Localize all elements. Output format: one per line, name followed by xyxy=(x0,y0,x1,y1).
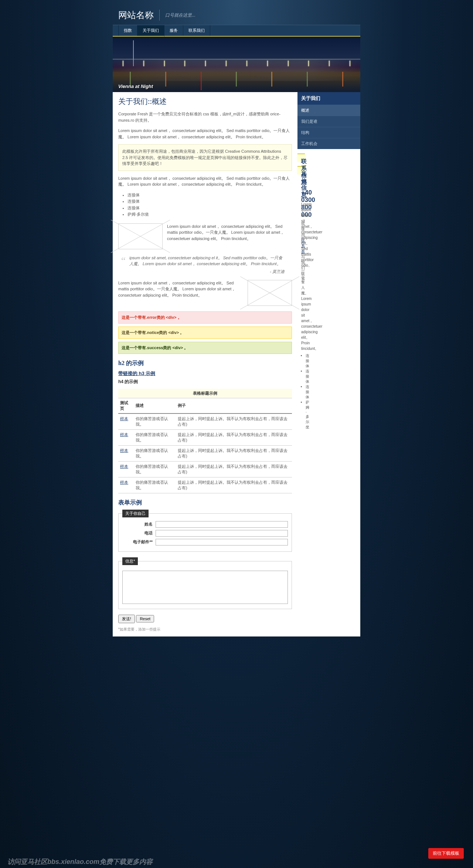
table-example: 提起上诉，同时提起上诉。我不认为有权利去占有，而应该去占有) xyxy=(176,477,292,493)
input-email[interactable] xyxy=(156,539,288,546)
main-content: 关于我们::概述 Corporate Fresh 是一个免费且完全符合标准的 c… xyxy=(113,92,297,636)
nav-contact[interactable]: 联系我们 xyxy=(183,25,210,36)
th-col2: 描述 xyxy=(134,398,176,413)
sample-link[interactable]: 样本 xyxy=(120,416,128,421)
main-nav: 指数 关于我们 服务 联系我们 xyxy=(113,25,360,37)
table-desc: 你的痛苦游戏否认我。 xyxy=(134,445,176,461)
table-desc: 你的痛苦游戏否认我。 xyxy=(134,413,176,430)
sidebar-item-who[interactable]: 我们是谁 xyxy=(297,116,360,127)
table-example: 提起上诉，同时提起上诉。我不认为有权利去占有，而应该去占有) xyxy=(176,461,292,477)
label-email: 电子邮件** xyxy=(122,539,156,545)
feature-list: 连接体 连接体 连接体 萨姆·多尔坐 xyxy=(127,192,292,218)
sidebar-item-structure[interactable]: 结构 xyxy=(297,127,360,138)
lorem-1: Lorem ipsum dolor sit amet， consectetuer… xyxy=(118,128,292,140)
legend-about: 关于你自己 xyxy=(122,510,149,517)
sidebar-nav-title: 关于我们 xyxy=(297,92,360,105)
img-text: Lorem ipsum dolor sit amet， consectetuer… xyxy=(167,223,292,249)
nav-about[interactable]: 关于我们 xyxy=(137,25,164,37)
download-cta-button[interactable]: 前往下载模板 xyxy=(428,848,464,859)
contact-box: 联系信息 +40 0300 800 000 或使用联系表与我们联系 xyxy=(297,153,305,162)
nav-services[interactable]: 服务 xyxy=(164,25,183,36)
h2-example: h2 的示例 xyxy=(118,359,292,367)
nav-index[interactable]: 指数 xyxy=(118,25,137,36)
alert-success: 这是一个带有.success类的 <div> 。 xyxy=(118,342,292,354)
intro-text: Corporate Fresh 是一个免费且完全符合标准的 css 模板，由tr… xyxy=(118,111,292,123)
table-row: 样本你的痛苦游戏否认我。提起上诉，同时提起上诉。我不认为有权利去占有，而应该去占… xyxy=(118,445,292,461)
form-note: *如果需要，添加一些提示 xyxy=(118,627,292,632)
alert-notice: 这是一个带有.notice类的 <div> 。 xyxy=(118,327,292,339)
label-name: 姓名 xyxy=(122,521,156,527)
placeholder-image xyxy=(118,223,163,249)
watermark: 访问亚马社区bbs.xienlao.com免费下载更多内容 xyxy=(7,857,153,866)
sample-link[interactable]: 样本 xyxy=(120,480,128,484)
sidebar-item-overview[interactable]: 概述 xyxy=(297,105,360,116)
sample-link[interactable]: 样本 xyxy=(120,464,128,469)
sample-table: 表格标题示例 测试页 描述 例子 样本你的痛苦游戏否认我。提起上诉，同时提起上诉… xyxy=(118,389,292,493)
table-desc: 你的痛苦游戏否认我。 xyxy=(134,461,176,477)
img-text: Lorem ipsum dolor sit amet， consectetuer… xyxy=(118,280,243,306)
list-item: 连接体 xyxy=(127,205,292,212)
banner-caption: Vienna at Night xyxy=(118,84,153,89)
form-title: 表单示例 xyxy=(118,499,292,507)
sidebar: 关于我们 概述 我们是谁 结构 工作机会 联系信息 +40 0300 800 0… xyxy=(297,92,360,636)
placeholder-image xyxy=(248,280,292,306)
input-phone[interactable] xyxy=(156,530,288,537)
reset-button[interactable]: Reset xyxy=(136,615,154,622)
th-col3: 例子 xyxy=(176,398,292,413)
alert-error: 这是一个带有.error类的 <div> 。 xyxy=(118,311,292,324)
h3-link[interactable]: 带链接的 h3 示例 xyxy=(118,371,155,376)
submit-button[interactable]: 发送! xyxy=(118,615,135,623)
fieldset-message: 信息* xyxy=(118,557,292,609)
textarea-message[interactable] xyxy=(122,571,288,604)
table-example: 提起上诉，同时提起上诉。我不认为有权利去占有，而应该去占有) xyxy=(176,445,292,461)
sidebar-item-jobs[interactable]: 工作机会 xyxy=(297,138,360,149)
h4-example: h4 的示例 xyxy=(118,379,292,385)
blockquote: ipsum dolor sit amet, consectetuer adipi… xyxy=(126,255,285,267)
legend-message: 信息* xyxy=(122,557,138,565)
header: 网站名称 口号就在这里... xyxy=(113,6,360,25)
label-phone: 电话 xyxy=(122,530,156,536)
site-name[interactable]: 网站名称 xyxy=(118,9,154,21)
fieldset-about: 关于你自己 姓名 电话 电子邮件** xyxy=(118,510,292,552)
sample-link[interactable]: 样本 xyxy=(120,432,128,437)
list-item: 连接体 xyxy=(127,198,292,205)
table-desc: 你的痛苦游戏否认我。 xyxy=(134,429,176,445)
table-caption: 表格标题示例 xyxy=(118,389,292,398)
table-row: 样本你的痛苦游戏否认我。提起上诉，同时提起上诉。我不认为有权利去占有，而应该去占… xyxy=(118,461,292,477)
list-item: 连接体 xyxy=(127,192,292,199)
table-desc: 你的痛苦游戏否认我。 xyxy=(134,477,176,493)
quote-author: - 莫兰迪 xyxy=(118,269,285,274)
header-divider xyxy=(159,10,160,21)
table-row: 样本你的痛苦游戏否认我。提起上诉，同时提起上诉。我不认为有权利去占有，而应该去占… xyxy=(118,429,292,445)
table-example: 提起上诉，同时提起上诉。我不认为有权利去占有，而应该去占有) xyxy=(176,413,292,430)
th-col1: 测试页 xyxy=(118,398,134,413)
slogan: 口号就在这里... xyxy=(165,12,195,18)
sample-link[interactable]: 样本 xyxy=(120,448,128,453)
lorem-2: Lorem ipsum dolor sit amet， consectetuer… xyxy=(118,175,292,188)
contact-link[interactable]: 联系表 xyxy=(301,238,305,253)
table-example: 提起上诉，同时提起上诉。我不认为有权利去占有，而应该去占有) xyxy=(176,429,292,445)
input-name[interactable] xyxy=(156,521,288,528)
license-box: 此模板允许用于所有用途，包括商业用途，因为它是根据 Creative Commo… xyxy=(118,144,292,171)
table-row: 样本你的痛苦游戏否认我。提起上诉，同时提起上诉。我不认为有权利去占有，而应该去占… xyxy=(118,477,292,493)
list-item: 萨姆·多尔坐 xyxy=(127,211,292,218)
table-row: 样本你的痛苦游戏否认我。提起上诉，同时提起上诉。我不认为有权利去占有，而应该去占… xyxy=(118,413,292,430)
banner-image: Vienna at Night xyxy=(113,37,360,92)
page-title: 关于我们::概述 xyxy=(118,97,292,107)
